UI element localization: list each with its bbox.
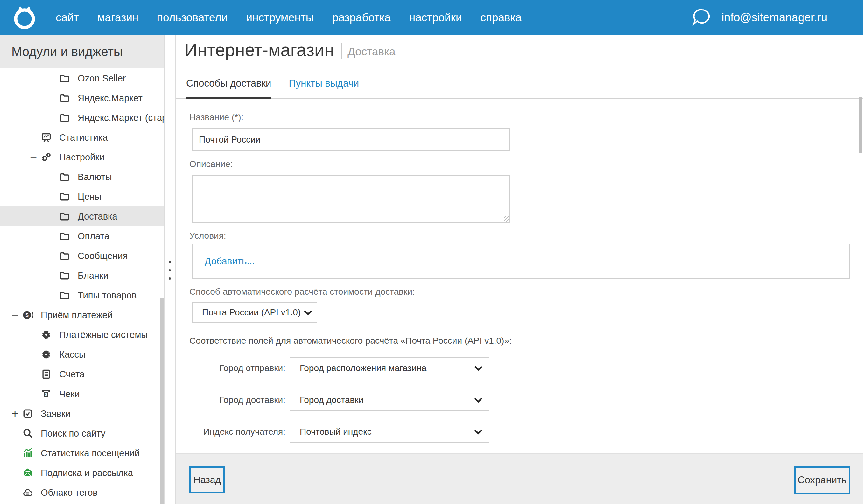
sidebar-item[interactable]: Бланки [0,266,164,286]
folder-icon [59,112,70,123]
mapping-select-1[interactable]: Город доставки [290,389,489,411]
sidebar-item[interactable]: Поиск по сайту [0,424,164,443]
name-label: Название (*): [189,112,850,123]
sidebar-item[interactable]: Статистика посещений [0,443,164,463]
calc-method-value: Почта России (API v1.0) [202,307,301,317]
envelope-icon [22,467,33,478]
sidebar-item[interactable]: Кассы [0,344,164,364]
action-bar: Назад Сохранить [176,453,863,504]
mapping-select-value: Почтовый индекс [300,427,471,437]
sidebar-item-label: Приём платежей [41,310,113,320]
sidebar-item-label: Статистика [59,133,108,143]
calc-method-select[interactable]: Почта России (API v1.0) [192,302,317,323]
name-input[interactable] [192,128,510,151]
sidebar-item[interactable]: Сообщения [0,246,164,266]
sidebar-scrollbar-thumb[interactable] [160,298,164,504]
plus-expander-icon[interactable]: + [11,408,22,419]
main-scrollbar-thumb[interactable] [859,97,862,153]
mapping-heading: Соответствие полей для автоматического р… [189,335,850,346]
mapping-row: Город доставки:Город доставки [192,389,850,411]
chevron-down-icon [474,366,483,371]
back-button[interactable]: Назад [189,466,225,493]
nav-item-users[interactable]: пользователи [148,0,237,35]
folder-icon [59,172,70,182]
sidebar-item[interactable]: Типы товаров [0,286,164,305]
svg-text:$: $ [45,392,47,397]
sidebar-item-label: Статистика посещений [41,448,140,458]
contact-block: info@sitemanager.ru [691,9,827,26]
mapping-row-label: Город доставки: [192,395,285,405]
description-textarea[interactable] [192,175,510,223]
sidebar: Модули и виджеты Ozon SellerЯндекс.Марке… [0,35,165,504]
folder-icon [59,250,70,261]
nav-item-help[interactable]: справка [471,0,531,35]
tab-bar: Способы доставки Пункты выдачи [176,78,863,99]
sidebar-item[interactable]: $Чеки [0,384,164,404]
gear-icon [41,329,52,340]
nav-item-shop[interactable]: магазин [88,0,148,35]
sidebar-item[interactable]: Валюты [0,167,164,187]
nav-item-tools[interactable]: инструменты [237,0,323,35]
tab-delivery-methods[interactable]: Способы доставки [186,78,271,99]
panel-divider[interactable] [165,35,176,504]
minus-expander-icon[interactable]: − [30,152,41,163]
sidebar-item-label: Ozon Seller [78,73,126,84]
sidebar-item-label: Облако тегов [41,488,98,498]
sitemanager-logo-icon[interactable] [11,4,38,31]
sidebar-item-label: Сообщения [78,251,128,261]
chevron-down-icon [474,398,483,403]
gear-icon [41,349,52,360]
mapping-select-0[interactable]: Город расположения магазина [290,357,489,379]
support-email-link[interactable]: info@sitemanager.ru [722,11,827,24]
sidebar-item-label: Валюты [78,172,112,182]
page-subtitle: Доставка [348,45,395,58]
add-condition-link[interactable]: Добавить... [204,256,255,267]
sidebar-item-label: Настройки [59,152,104,163]
sidebar-item[interactable]: Подписка и рассылка [0,463,164,483]
mapping-rows: Город отправки:Город расположения магази… [192,357,850,443]
sidebar-item[interactable]: Яндекс.Маркет [0,88,164,108]
sidebar-item[interactable]: Счета [0,364,164,384]
main-panel: Интернет-магазин Доставка Способы достав… [176,35,863,504]
title-divider [341,43,342,59]
sidebar-item[interactable]: Облако тегов [0,483,164,502]
sidebar-item[interactable]: Доставка [0,206,164,226]
sidebar-item[interactable]: Цены [0,187,164,206]
svg-text:$: $ [25,312,29,318]
sidebar-item-label: Бланки [78,270,109,281]
nav-item-site[interactable]: сайт [47,0,88,35]
sidebar-item[interactable]: Платёжные системы [0,325,164,344]
folder-icon [59,211,70,222]
sidebar-item[interactable]: Статистика [0,128,164,147]
mapping-select-2[interactable]: Почтовый индекс [290,421,489,443]
sidebar-item-label: Яндекс.Маркет [78,93,142,103]
sidebar-title: Модули и виджеты [11,45,123,59]
mapping-row: Индекс получателя:Почтовый индекс [192,421,850,443]
nav-item-settings[interactable]: настройки [400,0,471,35]
drag-handle-icon[interactable] [168,261,171,286]
mapping-select-value: Город расположения магазина [300,363,471,373]
sidebar-item-label: Оплата [78,231,110,241]
folder-icon [59,73,70,84]
save-button[interactable]: Сохранить [794,466,850,494]
sidebar-item[interactable]: Яндекс.Маркет (старый) [0,108,164,128]
page-title: Интернет-магазин [185,39,334,61]
chevron-down-icon [474,429,483,434]
chat-bubble-icon[interactable] [691,9,712,26]
nav-item-development[interactable]: разработка [323,0,400,35]
sidebar-item[interactable]: Ozon Seller [0,68,164,88]
tab-pickup-points[interactable]: Пункты выдачи [289,78,359,99]
folder-icon [59,290,70,301]
sidebar-item[interactable]: −Настройки [0,147,164,167]
sidebar-item-label: Подписка и рассылка [41,468,133,478]
sidebar-item-label: Платёжные системы [59,330,148,340]
checkbox-icon [22,408,33,419]
invoice-icon [41,369,52,380]
bar-chart-icon [22,448,33,458]
minus-expander-icon[interactable]: − [11,310,22,320]
sidebar-item[interactable]: +Заявки [0,404,164,424]
sidebar-item[interactable]: −$Приём платежей [0,305,164,325]
page: сайтмагазинпользователиинструментыразраб… [0,0,863,504]
sidebar-item[interactable]: Оплата [0,226,164,246]
conditions-label: Условия: [189,230,850,241]
